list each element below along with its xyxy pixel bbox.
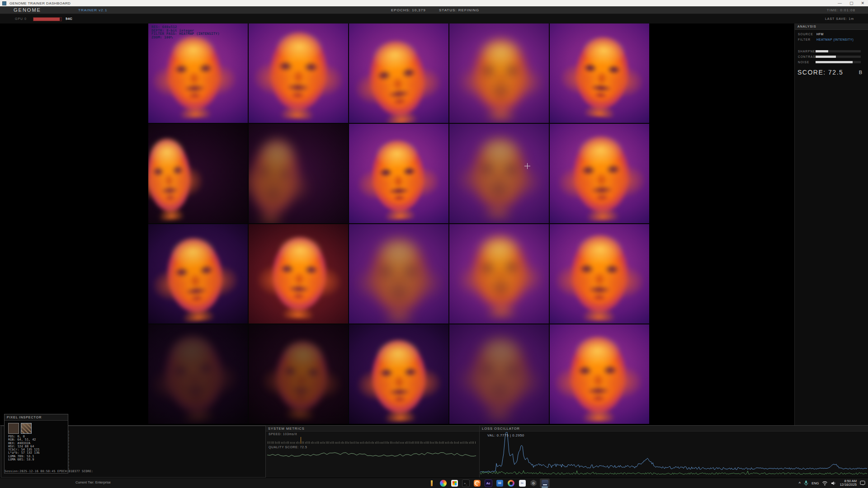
taskbar-icon-copilot[interactable] (438, 479, 448, 488)
thermal-face-image (151, 27, 237, 119)
grid-cell-14[interactable] (449, 224, 549, 324)
pixel-inspector-header: PIXEL INSPECTOR (5, 414, 68, 421)
speed-tick (469, 442, 470, 444)
minimize-button[interactable]: — (838, 0, 842, 6)
slider-sharpness[interactable]: SHARPNESS (795, 49, 868, 54)
speed-tick (403, 442, 404, 444)
speed-tick (327, 441, 328, 444)
thermal-face-image (350, 29, 444, 123)
grid-cell-13[interactable] (349, 224, 448, 324)
speed-tick (347, 441, 347, 444)
grid-cell-11[interactable] (148, 224, 248, 324)
speed-tick (345, 441, 346, 444)
slider-label: NOISE (798, 61, 809, 64)
grid-cell-8[interactable] (349, 124, 448, 223)
taskbar-icon-active-window[interactable] (540, 479, 550, 488)
microphone-icon[interactable] (804, 480, 808, 486)
grid-cell-15[interactable] (550, 224, 649, 324)
grid-cell-17[interactable] (249, 324, 348, 424)
speed-tick (460, 442, 461, 444)
taskbar-icon-pinned-bar[interactable] (427, 479, 437, 488)
taskbar-icon-genome[interactable]: G (528, 479, 538, 488)
source-label: SOURCE (798, 33, 813, 36)
speed-tick (357, 442, 358, 444)
slider-noise[interactable]: NOISE (795, 60, 868, 65)
window-titlebar: GENOME TRAINER DASHBOARD — ▢ ✕ (0, 0, 868, 6)
pixel-value-lines: POS: 0, 0 RGB: 64, 51, 42 HEX: #40332A H… (8, 435, 40, 461)
filter-value[interactable]: HEATMAP (INTENSITY) (816, 38, 854, 41)
speed-tick (471, 441, 471, 444)
grid-cell-18[interactable] (349, 324, 448, 424)
slider-fill (816, 61, 853, 63)
taskbar-icon-store[interactable] (449, 479, 459, 488)
grid-cell-5[interactable] (550, 23, 649, 123)
speed-tick (287, 441, 288, 444)
slider-contrast[interactable]: CONTRAST (795, 54, 868, 60)
mail-icon: ✉ (496, 480, 503, 487)
grid-cell-9[interactable] (449, 124, 549, 223)
speed-tick (445, 442, 446, 444)
after-effects-icon: Ae (485, 479, 492, 487)
grid-cell-16[interactable] (148, 324, 248, 424)
speed-tick (278, 441, 278, 444)
speed-tick (297, 441, 298, 444)
maximize-button[interactable]: ▢ (849, 0, 854, 6)
houdini-icon (474, 480, 481, 487)
speed-tick (467, 442, 468, 444)
speed-tick (318, 441, 319, 444)
speed-tick (371, 442, 371, 444)
speed-tick (372, 441, 373, 444)
menu-genome[interactable]: GENOME (14, 7, 41, 13)
grid-cell-10[interactable] (550, 124, 649, 223)
analysis-title: ANALYSIS (797, 25, 816, 28)
speed-tick (351, 442, 352, 444)
speed-tick (341, 442, 341, 444)
tray-expand-icon[interactable]: ^ (799, 481, 801, 485)
thermal-face-image (555, 226, 644, 321)
grid-cell-7[interactable] (249, 124, 348, 223)
clock[interactable]: 8:50 AM 12/16/2025 (840, 479, 857, 487)
thermal-face-image (256, 228, 343, 320)
taskbar-icon-snip[interactable]: ✂ (517, 479, 527, 488)
speed-tick (415, 441, 416, 444)
gpu-temp: 54C (66, 17, 72, 21)
speed-tick (427, 441, 428, 444)
close-button[interactable]: ✕ (861, 0, 864, 6)
grid-cell-20[interactable] (550, 324, 649, 424)
pixel-inspector[interactable]: PIXEL INSPECTOR POS: 0, 0 RGB: 64, 51, 4… (4, 414, 68, 474)
menubar: GENOME TRAINER v2.1 EPOCHS: 10,379 STATU… (0, 6, 868, 14)
speed-tick (301, 437, 301, 444)
grid-cell-4[interactable] (449, 23, 549, 123)
language-indicator[interactable]: ENG (811, 481, 819, 485)
slider-track[interactable] (816, 50, 861, 52)
speed-tick (281, 442, 282, 444)
grid-cell-19[interactable] (449, 324, 549, 424)
taskbar-icon-houdini[interactable] (472, 479, 482, 488)
speed-tick (442, 441, 443, 444)
slider-track[interactable] (816, 61, 861, 63)
grid-cell-6[interactable] (148, 124, 248, 223)
taskbar-icon-mail[interactable]: ✉ (495, 479, 505, 488)
analysis-sliders: SHARPNESSCONTRASTNOISE (795, 49, 868, 65)
volume-icon[interactable] (831, 481, 836, 486)
speed-tick (288, 441, 289, 444)
grid-cell-3[interactable] (349, 23, 448, 123)
speed-tick (465, 441, 465, 444)
speed-tick (324, 442, 325, 444)
analysis-source-row: SOURCE HFM (795, 32, 868, 37)
slider-track[interactable] (816, 56, 861, 58)
taskbar-icon-resolve[interactable] (506, 479, 516, 488)
taskbar-icon-terminal[interactable]: >_ (461, 479, 471, 488)
wifi-icon[interactable] (822, 481, 828, 486)
speed-tick (418, 441, 419, 444)
taskbar-icon-after-effects[interactable]: Ae (483, 479, 493, 488)
overlay-zoom: ZOOM: 100% (151, 36, 220, 39)
taskbar-icons: >_Ae✉✂G (427, 479, 550, 488)
speed-tick (430, 441, 431, 444)
grid-cell-2[interactable] (249, 23, 348, 123)
speed-tick (395, 442, 395, 444)
notification-icon[interactable] (860, 480, 865, 486)
speed-tick (329, 441, 329, 444)
score-row: SCORE: 72.5 B (795, 69, 868, 78)
grid-cell-12[interactable] (249, 224, 348, 324)
